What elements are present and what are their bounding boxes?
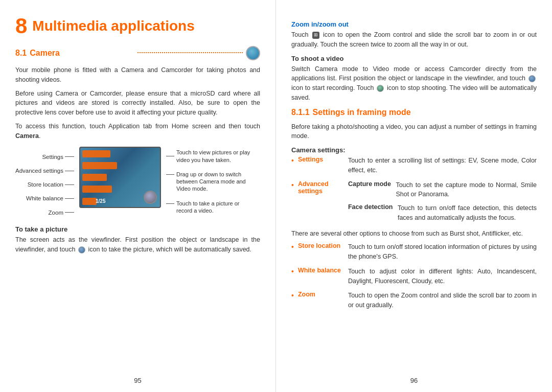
right-label-2: Drag up or down to switch between Camera… [166, 171, 256, 193]
connector-line [166, 174, 174, 175]
camera-icon [246, 46, 260, 60]
bullet-zoom: • Zoom Touch to open the Zoom control an… [291, 291, 537, 310]
page-number-right: 96 [410, 377, 418, 384]
right-label-1: Touch to view pictures or play video you… [166, 149, 256, 164]
connector-line [65, 156, 74, 157]
stop-icon [377, 85, 384, 92]
bullet-capture-mode: Capture mode Touch to set the capture mo… [348, 180, 537, 200]
to-take-text: The screen acts as the viewfinder. First… [15, 235, 260, 255]
chapter-heading: 8 Multimedia applications [15, 15, 260, 37]
zoom-number: 1/25 [96, 198, 105, 204]
camera-diagram: Settings Advanced settings Store locatio… [15, 147, 260, 218]
bullet-content-store: Touch to turn on/off stored location inf… [348, 242, 537, 262]
bullet-dot-zoom: • [291, 291, 294, 301]
camera-screen: 1/25 [79, 147, 161, 208]
section-intro-3: To access this function, touch Applicati… [15, 122, 260, 141]
bullet-dot-whitebal: • [291, 267, 294, 277]
bullet-dot-store: • [291, 242, 294, 252]
zoom-heading: Zoom in/zoom out [291, 20, 537, 28]
section-title: Camera [30, 49, 135, 58]
to-take-heading: To take a picture [15, 225, 260, 233]
zoom-icon: ⊞ [312, 32, 319, 39]
connector-line [166, 203, 174, 204]
bullet-advanced: • Advancedsettings Capture mode Touch to… [291, 180, 537, 227]
bullet-content-zoom: Touch to open the Zoom control and slide… [348, 291, 537, 310]
cam-shutter-circle [144, 191, 157, 204]
section-number: 8.1 [15, 49, 27, 58]
camera-bold: Camera [15, 132, 39, 140]
bullet-term-settings: Settings [298, 156, 344, 163]
connector-line [65, 185, 74, 185]
section-intro-1: Your mobile phone is fitted with a Camer… [15, 65, 260, 85]
label-advanced: Advanced settings [15, 165, 74, 176]
connector-line [65, 198, 74, 199]
zoom-text: Touch ⊞ icon to open the Zoom control an… [291, 30, 537, 50]
subsection-intro: Before taking a photo/shooting a video, … [291, 122, 537, 142]
face-detection-term: Face detection [348, 203, 395, 223]
bullet-settings: • Settings Touch to enter a scrolling li… [291, 156, 537, 175]
bullet-term-store: Store location [298, 242, 344, 249]
cam-bar-zoom [82, 198, 97, 205]
capture-mode-term: Capture mode [348, 180, 393, 200]
chapter-number: 8 [15, 15, 27, 37]
label-store: Store location [15, 179, 74, 190]
subsection-heading: 8.1.1 Settings in framing mode [291, 108, 537, 117]
page-number-left: 95 [134, 377, 141, 384]
connector-line [65, 171, 74, 171]
bullet-face-detection: Face detection Touch to turn on/off face… [348, 203, 537, 223]
subsection-title: Settings in framing mode [313, 108, 537, 117]
cam-bar-advanced [82, 162, 117, 169]
bullet-store: • Store location Touch to turn on/off st… [291, 242, 537, 262]
bullet-content-settings: Touch to enter a scrolling list of setti… [348, 156, 537, 175]
connector-line [65, 212, 74, 213]
label-settings: Settings [15, 151, 74, 163]
bullet-whitebal: • White balance Touch to adjust color in… [291, 267, 537, 286]
subsection-number: 8.1.1 [291, 108, 310, 117]
burst-text: There are several other options to choos… [291, 229, 537, 239]
face-detection-content: Touch to turn on/off face detection, thi… [398, 203, 537, 223]
section-dots [137, 52, 243, 53]
cam-bar-whitebal [82, 186, 112, 193]
bullet-dot-settings: • [291, 156, 294, 166]
take-picture-icon [78, 246, 85, 253]
shoot-text: Switch Camera mode to Video mode or acce… [291, 64, 537, 103]
label-whitebal: White balance [15, 193, 74, 204]
connector-line [166, 156, 174, 156]
bullet-term-whitebal: White balance [298, 267, 344, 274]
capture-mode-content: Touch to set the capture mode to Normal,… [396, 180, 537, 200]
shoot-heading: To shoot a video [291, 55, 537, 62]
bullet-term-zoom: Zoom [298, 291, 344, 298]
section-81-heading: 8.1 Camera [15, 46, 260, 60]
label-zoom: Zoom [15, 207, 74, 218]
section-intro-2: Before using Camera or Camcorder, please… [15, 89, 260, 118]
right-label-3: Touch to take a picture or record a vide… [166, 200, 256, 215]
cam-bar-settings [82, 150, 110, 157]
bullet-dot-advanced: • [291, 180, 294, 191]
bullet-term-advanced: Advancedsettings [298, 180, 344, 195]
bullet-content-whitebal: Touch to adjust color in different light… [348, 267, 537, 286]
chapter-title: Multimedia applications [32, 18, 194, 34]
record-icon [528, 75, 536, 82]
camera-labels-right: Touch to view pictures or play video you… [166, 147, 256, 218]
cam-bar-store [82, 174, 107, 181]
cam-settings-heading: Camera settings: [291, 146, 537, 154]
camera-labels-left: Settings Advanced settings Store locatio… [15, 147, 74, 218]
